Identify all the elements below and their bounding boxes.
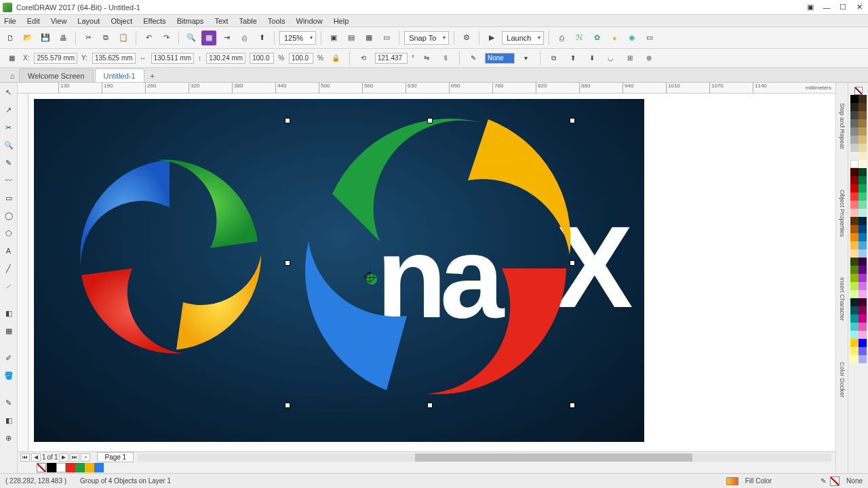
minimize-button[interactable]: —: [821, 3, 833, 12]
menu-text[interactable]: Text: [214, 17, 228, 25]
menu-file[interactable]: File: [4, 17, 16, 25]
next-page-button[interactable]: ▶: [59, 453, 68, 462]
maximize-button[interactable]: ☐: [837, 3, 849, 12]
menu-tools[interactable]: Tools: [268, 17, 285, 25]
mirror-v-icon[interactable]: ⥮: [438, 51, 453, 66]
save-icon[interactable]: 💾: [38, 30, 53, 45]
docker-insert-char[interactable]: Insert Character: [839, 277, 846, 321]
outline-drop-icon[interactable]: ▾: [519, 51, 534, 66]
docker-color[interactable]: Color Docker: [839, 362, 846, 398]
import-icon[interactable]: ▦: [201, 30, 216, 45]
fullscreen-icon[interactable]: ▣: [326, 30, 341, 45]
zoom-level[interactable]: 125%: [279, 31, 316, 45]
eyedropper-icon[interactable]: ✐: [2, 351, 16, 365]
show-guides-icon[interactable]: ▭: [379, 30, 394, 45]
parallel-dim-icon[interactable]: ╱: [2, 262, 16, 275]
palette-green[interactable]: [75, 463, 85, 472]
text-tool-icon[interactable]: A: [2, 244, 16, 258]
paste-icon[interactable]: 📋: [116, 30, 131, 45]
mirror-h-icon[interactable]: ⇋: [419, 51, 434, 66]
swirl-left[interactable]: [68, 153, 271, 357]
outline-none-icon[interactable]: [830, 476, 840, 486]
sel-handle-nw[interactable]: [285, 118, 290, 123]
app3-icon[interactable]: ✿: [589, 30, 604, 45]
launch-icon[interactable]: ▶: [484, 30, 499, 45]
app1-icon[interactable]: ⎙: [554, 30, 569, 45]
snap-to-dropdown[interactable]: Snap To: [404, 31, 449, 45]
menu-edit[interactable]: Edit: [27, 17, 40, 25]
object-origin-icon[interactable]: ▦: [4, 51, 19, 66]
tab-welcome[interactable]: Welcome Screen: [19, 68, 94, 82]
home-tab-icon[interactable]: ⌂: [5, 70, 19, 82]
polygon-tool-icon[interactable]: ⬠: [2, 226, 16, 240]
menu-object[interactable]: Object: [111, 17, 132, 25]
show-rulers-icon[interactable]: ▤: [344, 30, 359, 45]
freehand-tool-icon[interactable]: ✎: [2, 156, 16, 169]
sel-handle-n[interactable]: [427, 118, 433, 123]
swirl-right[interactable]: [292, 113, 576, 397]
menu-view[interactable]: View: [51, 17, 67, 25]
menu-layout[interactable]: Layout: [77, 17, 100, 25]
sel-center-marker[interactable]: [365, 272, 374, 282]
shape-tool-icon[interactable]: ↗: [2, 103, 16, 117]
palette-red[interactable]: [66, 463, 75, 472]
palette-black[interactable]: [47, 463, 56, 472]
wrap-text-icon[interactable]: ⧉: [547, 51, 561, 66]
artboard[interactable]: na X: [34, 99, 644, 442]
cut-icon[interactable]: ✂: [81, 30, 96, 45]
hscrollbar[interactable]: [138, 453, 831, 462]
scale-y-field[interactable]: 100.0: [289, 53, 313, 64]
open-icon[interactable]: 📂: [20, 30, 35, 45]
sel-handle-sw[interactable]: [285, 403, 290, 408]
search-icon[interactable]: 🔍: [184, 30, 199, 45]
palette-blue[interactable]: [94, 463, 104, 472]
docker-object-props[interactable]: Object Properties: [839, 190, 846, 237]
add-page-button[interactable]: +: [81, 453, 90, 462]
zoom-tool-icon[interactable]: 🔍: [2, 138, 16, 152]
sel-handle-w[interactable]: [285, 260, 290, 266]
prev-page-button[interactable]: ◀: [31, 453, 41, 462]
outline-width-field[interactable]: None: [485, 53, 515, 64]
export-icon[interactable]: ⇥: [219, 30, 234, 45]
to-front-icon[interactable]: ⬆: [566, 51, 580, 66]
dropshadow-icon[interactable]: ◧: [2, 306, 16, 320]
app4-icon[interactable]: ●: [607, 30, 622, 45]
menu-window[interactable]: Window: [296, 17, 323, 25]
docker-step-repeat[interactable]: Step and Repeat: [839, 103, 846, 149]
to-back-icon[interactable]: ⬇: [585, 51, 599, 66]
pos-y-field[interactable]: 135.625 mm: [92, 53, 136, 64]
first-page-button[interactable]: ⏮: [20, 453, 30, 462]
ruler-horizontal[interactable]: 130 190 260 320 380 440 500 560 630 690 …: [18, 83, 835, 94]
new-tab-icon[interactable]: +: [146, 70, 159, 82]
height-field[interactable]: 130.24 mm: [206, 53, 245, 64]
pick-tool-icon[interactable]: ↖: [2, 85, 16, 99]
quick-customize-icon[interactable]: ⊕: [2, 431, 16, 445]
outline-pen-icon[interactable]: ✎: [821, 477, 826, 485]
undo-icon[interactable]: ↶: [141, 30, 156, 45]
width-field[interactable]: 130.511 mm: [151, 53, 195, 64]
menu-effects[interactable]: Effects: [143, 17, 165, 25]
print-icon[interactable]: 🖶: [56, 30, 71, 45]
lock-ratio-icon[interactable]: 🔒: [328, 51, 343, 66]
fill-preview-icon[interactable]: [726, 477, 738, 485]
sel-handle-e[interactable]: [570, 260, 575, 266]
artistic-media-icon[interactable]: 〰: [2, 174, 16, 187]
connector-icon[interactable]: ⟋: [2, 279, 16, 293]
launch-dropdown[interactable]: Launch: [502, 31, 544, 45]
close-button[interactable]: ✕: [853, 3, 865, 12]
app6-icon[interactable]: ▭: [642, 30, 657, 45]
last-page-button[interactable]: ⏭: [70, 453, 79, 462]
page-tab-1[interactable]: Page 1: [97, 452, 134, 462]
tab-untitled[interactable]: Untitled-1: [95, 68, 144, 82]
menu-table[interactable]: Table: [239, 17, 257, 25]
sel-handle-ne[interactable]: [570, 118, 575, 123]
palette-white[interactable]: [56, 463, 66, 472]
publish-pdf-icon[interactable]: ⎙: [237, 30, 252, 45]
ungroup-icon[interactable]: ⊞: [623, 51, 637, 66]
smartfill-icon[interactable]: ◧: [2, 413, 16, 427]
scale-x-field[interactable]: 100.0: [250, 53, 274, 64]
menu-help[interactable]: Help: [334, 17, 349, 25]
pos-x-field[interactable]: 255.579 mm: [34, 53, 77, 64]
menu-bitmaps[interactable]: Bitmaps: [177, 17, 204, 25]
app5-icon[interactable]: ◉: [625, 30, 639, 45]
